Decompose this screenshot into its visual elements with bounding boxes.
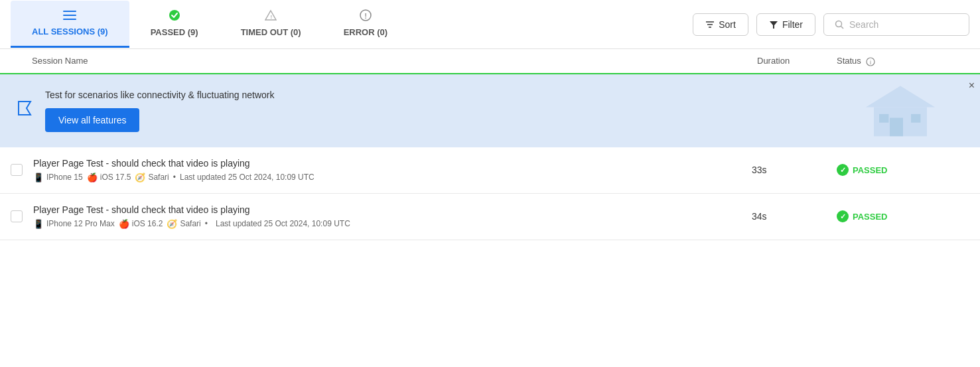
session-info-0: Player Page Test - should check that vid… (28, 158, 746, 183)
status-passed-0: ✓ PASSED (837, 164, 888, 176)
updated-1: Last updated 25 Oct 2024, 10:09 UTC (216, 219, 350, 228)
svg-point-12 (836, 21, 842, 27)
status-passed-1: ✓ PASSED (837, 210, 888, 222)
flag-icon (16, 99, 35, 117)
svg-point-3 (169, 10, 180, 21)
col-name-header: Session Name (11, 56, 757, 66)
svg-rect-0 (63, 11, 76, 12)
session-meta-0: 📱 IPhone 15 🍎 iOS 17.5 🧭 Safari • Last u… (33, 173, 746, 183)
device-1: 📱 IPhone 12 Pro Max (33, 219, 115, 229)
device-name-0: IPhone 15 (46, 173, 83, 182)
svg-marker-19 (866, 86, 935, 107)
status-label-0: PASSED (853, 165, 888, 175)
browser-icon-0: 🧭 (135, 173, 145, 183)
os-name-1: iOS 16.2 (132, 219, 163, 228)
row-checkbox-0[interactable] (11, 164, 23, 176)
table-header: Session Name Duration Status i (0, 49, 980, 74)
error-icon: ! (360, 9, 372, 25)
tab-error[interactable]: ! ERROR (0) (322, 0, 409, 48)
session-info-1: Player Page Test - should check that vid… (28, 204, 746, 229)
search-placeholder: Search (849, 19, 878, 30)
os-1: 🍎 iOS 16.2 (119, 219, 163, 229)
svg-line-13 (841, 26, 844, 29)
check-icon-0: ✓ (837, 164, 849, 176)
session-list: Player Page Test - should check that vid… (0, 147, 980, 240)
banner-icon (16, 99, 35, 122)
session-status-1: ✓ PASSED (837, 210, 969, 222)
svg-text:!: ! (271, 14, 273, 20)
tab-passed-label: PASSED (9) (151, 27, 198, 37)
status-label-1: PASSED (853, 212, 888, 222)
separator-1: • (205, 219, 208, 228)
col-status-header: Status i (837, 56, 969, 66)
search-box[interactable]: Search (823, 13, 969, 36)
session-duration-1: 34s (752, 211, 831, 222)
device-0: 📱 IPhone 15 (33, 173, 83, 183)
os-0: 🍎 iOS 17.5 (87, 173, 131, 183)
tab-timedout[interactable]: ! TIMED OUT (0) (220, 0, 322, 48)
view-all-features-button[interactable]: View all features (45, 108, 139, 132)
svg-rect-22 (911, 113, 920, 122)
tab-all-label: ALL SESSIONS (9) (32, 27, 108, 37)
svg-rect-1 (63, 15, 76, 16)
session-duration-0: 33s (752, 165, 831, 175)
separator-0: • (173, 173, 176, 182)
filter-button[interactable]: Filter (756, 13, 815, 36)
col-duration-header: Duration (757, 56, 837, 66)
sort-icon (705, 20, 715, 29)
tab-all-sessions[interactable]: ALL SESSIONS (9) (11, 1, 129, 48)
status-info-icon: i (866, 57, 875, 66)
house-svg (834, 83, 967, 136)
table-row: Player Page Test - should check that vid… (0, 147, 980, 194)
check-icon-1: ✓ (837, 210, 849, 222)
tabs-actions: Sort Filter Search (693, 13, 969, 36)
session-name-1: Player Page Test - should check that vid… (33, 204, 746, 215)
svg-marker-11 (770, 21, 778, 29)
sort-button[interactable]: Sort (693, 13, 748, 36)
banner-title: Test for scenarios like connectivity & f… (45, 90, 964, 100)
passed-icon (169, 9, 180, 25)
banner-content: Test for scenarios like connectivity & f… (45, 90, 964, 132)
os-name-0: iOS 17.5 (100, 173, 131, 182)
timedout-icon: ! (265, 9, 277, 25)
search-icon (835, 20, 844, 29)
row-checkbox-1[interactable] (11, 210, 23, 222)
svg-rect-20 (890, 117, 903, 136)
device-icon-0: 📱 (33, 173, 44, 183)
tab-timedout-label: TIMED OUT (0) (241, 27, 301, 37)
browser-name-1: Safari (180, 219, 200, 228)
device-name-1: IPhone 12 Pro Max (46, 219, 115, 228)
svg-marker-16 (19, 102, 31, 115)
session-name-0: Player Page Test - should check that vid… (33, 158, 746, 169)
os-icon-0: 🍎 (87, 173, 98, 183)
promo-banner: Test for scenarios like connectivity & f… (0, 74, 980, 147)
browser-0: 🧭 Safari (135, 173, 169, 183)
banner-illustration (834, 83, 967, 138)
tabs-bar: ALL SESSIONS (9) PASSED (9) ! TIMED OUT … (0, 0, 980, 49)
table-row: Player Page Test - should check that vid… (0, 194, 980, 240)
browser-icon-1: 🧭 (167, 219, 177, 229)
tab-passed[interactable]: PASSED (9) (129, 0, 220, 48)
device-icon-1: 📱 (33, 219, 44, 229)
svg-text:i: i (870, 59, 871, 66)
session-status-0: ✓ PASSED (837, 164, 969, 176)
browser-name-0: Safari (148, 173, 169, 182)
os-icon-1: 🍎 (119, 219, 129, 229)
updated-0: Last updated 25 Oct 2024, 10:09 UTC (180, 173, 315, 182)
all-sessions-icon (63, 10, 76, 24)
filter-label: Filter (782, 19, 803, 30)
tab-error-label: ERROR (0) (344, 27, 387, 37)
svg-text:!: ! (364, 13, 366, 20)
banner-close-button[interactable]: × (969, 80, 975, 92)
session-meta-1: 📱 IPhone 12 Pro Max 🍎 iOS 16.2 🧭 Safari … (33, 219, 746, 229)
filter-icon (769, 20, 778, 29)
svg-rect-2 (63, 19, 76, 20)
browser-1: 🧭 Safari (167, 219, 200, 229)
svg-rect-21 (879, 113, 888, 122)
sort-label: Sort (719, 19, 736, 30)
